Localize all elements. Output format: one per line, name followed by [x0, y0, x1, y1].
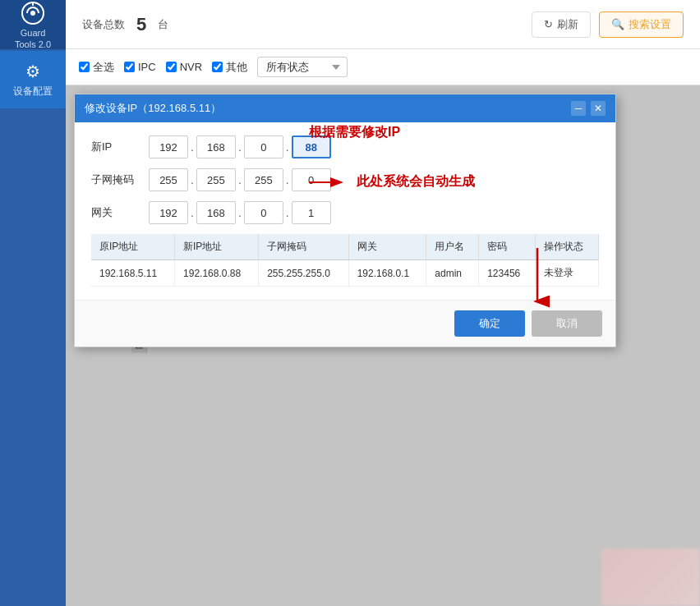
- top-bar: 设备总数 5 台 ↻ 刷新 🔍 搜索设置: [66, 0, 700, 49]
- down-arrow-annotation: [525, 248, 550, 316]
- gateway-part3[interactable]: [244, 201, 283, 224]
- edit-ip-modal: 修改设备IP（192.168.5.11） ─ ✕ 新IP: [74, 94, 616, 347]
- col-gateway: 网关: [348, 234, 426, 260]
- refresh-button[interactable]: ↻ 刷新: [532, 11, 591, 38]
- device-table: 原IP地址 新IP地址 子网掩码 网关 用户名 密码 操作状态: [91, 234, 599, 287]
- device-unit: 台: [158, 17, 168, 32]
- new-ip-part1[interactable]: [149, 135, 188, 158]
- ipc-label: IPC: [138, 61, 156, 73]
- select-all-checkbox-label[interactable]: 全选: [79, 60, 114, 75]
- subnet-row: 子网掩码 . . .: [91, 168, 599, 191]
- other-label: 其他: [226, 60, 247, 75]
- annotation-modify-ip-text: 根据需要修改IP: [309, 125, 400, 139]
- app-title: Guard: [21, 28, 46, 38]
- search-icon: 🔍: [611, 18, 624, 30]
- svg-point-1: [30, 11, 35, 16]
- ipc-checkbox[interactable]: [124, 62, 135, 72]
- select-all-label: 全选: [93, 60, 114, 75]
- new-ip-part3[interactable]: [244, 135, 283, 158]
- app-logo: Guard Tools 2.0: [0, 0, 66, 49]
- annotation-auto-gen-text: 此处系统会自动生成: [357, 173, 475, 191]
- gateway-label: 网关: [91, 205, 149, 220]
- app-container: Guard Tools 2.0 ⚙ 设备配置 设备总数 5 台 ↻ 刷新 🔍 搜…: [0, 0, 700, 606]
- cell-orig-ip: 192.168.5.11: [91, 260, 175, 287]
- table-row: 192.168.5.11 192.168.0.88 255.255.255.0 …: [91, 260, 599, 287]
- other-checkbox[interactable]: [212, 62, 223, 72]
- new-ip-part2[interactable]: [196, 135, 236, 158]
- new-ip-label: 新IP: [91, 140, 149, 154]
- annotation-auto-gen: 此处系统会自动生成: [309, 173, 475, 191]
- device-list-area: N 修改设备IP（192.168.5.11） ─ ✕: [66, 85, 700, 606]
- modal-controls: ─ ✕: [571, 101, 606, 116]
- gateway-row: 网关 . . .: [91, 201, 599, 224]
- modal-minimize-button[interactable]: ─: [571, 101, 586, 116]
- gateway-part2[interactable]: [196, 201, 236, 224]
- sidebar-item-device-config[interactable]: ⚙ 设备配置: [0, 51, 66, 108]
- app-subtitle: Tools 2.0: [15, 39, 51, 49]
- new-ip-fields: . . .: [149, 135, 331, 158]
- new-ip-row: 新IP . . .: [91, 135, 599, 158]
- table-header-row: 原IP地址 新IP地址 子网掩码 网关 用户名 密码 操作状态: [91, 234, 599, 260]
- cell-new-ip: 192.168.0.88: [175, 260, 259, 287]
- device-count: 5: [136, 14, 146, 35]
- modal-overlay: 修改设备IP（192.168.5.11） ─ ✕ 新IP: [66, 85, 700, 606]
- device-total-label: 设备总数: [82, 17, 125, 32]
- right-arrow-icon: [309, 174, 350, 191]
- col-subnet: 子网掩码: [259, 234, 349, 260]
- modal-title: 修改设备IP（192.168.5.11）: [85, 101, 221, 116]
- subnet-part2[interactable]: [196, 168, 236, 191]
- logo-icon: [18, 0, 48, 26]
- nvr-label: NVR: [180, 61, 202, 73]
- select-all-checkbox[interactable]: [79, 62, 90, 72]
- nvr-checkbox-label[interactable]: NVR: [166, 61, 202, 73]
- col-orig-ip: 原IP地址: [91, 234, 175, 260]
- subnet-fields: . . .: [149, 168, 331, 191]
- filter-bar: 全选 IPC NVR 其他 所有状态 在线 离线 未登录: [66, 49, 700, 85]
- ipc-checkbox-label[interactable]: IPC: [124, 61, 156, 73]
- col-username: 用户名: [426, 234, 479, 260]
- status-filter-select[interactable]: 所有状态 在线 离线 未登录: [257, 57, 348, 77]
- modal-body: 新IP . . .: [75, 122, 615, 300]
- sidebar: Guard Tools 2.0 ⚙ 设备配置: [0, 0, 66, 606]
- gear-icon: ⚙: [25, 62, 40, 81]
- blurred-region: [601, 549, 700, 606]
- sidebar-item-label: 设备配置: [13, 85, 53, 99]
- cell-subnet: 255.255.255.0: [259, 260, 349, 287]
- confirm-button[interactable]: 确定: [454, 310, 525, 337]
- refresh-icon: ↻: [544, 18, 553, 30]
- col-new-ip: 新IP地址: [175, 234, 259, 260]
- other-checkbox-label[interactable]: 其他: [212, 60, 247, 75]
- annotation-modify-ip: 根据需要修改IP: [309, 124, 400, 141]
- refresh-label: 刷新: [557, 17, 578, 32]
- search-settings-button[interactable]: 🔍 搜索设置: [599, 11, 684, 38]
- cell-gateway: 192.168.0.1: [348, 260, 426, 287]
- subnet-label: 子网掩码: [91, 172, 149, 187]
- modal-close-button[interactable]: ✕: [591, 101, 606, 116]
- gateway-part4[interactable]: [292, 201, 331, 224]
- cell-username: admin: [426, 260, 479, 287]
- nvr-checkbox[interactable]: [166, 62, 177, 72]
- search-label: 搜索设置: [629, 17, 671, 32]
- gateway-fields: . . .: [149, 201, 331, 224]
- subnet-part3[interactable]: [244, 168, 283, 191]
- modal-header: 修改设备IP（192.168.5.11） ─ ✕: [75, 94, 615, 122]
- down-arrow-icon: [525, 248, 550, 314]
- subnet-part1[interactable]: [149, 168, 188, 191]
- main-content: 设备总数 5 台 ↻ 刷新 🔍 搜索设置 全选 IPC: [66, 0, 700, 606]
- gateway-part1[interactable]: [149, 201, 188, 224]
